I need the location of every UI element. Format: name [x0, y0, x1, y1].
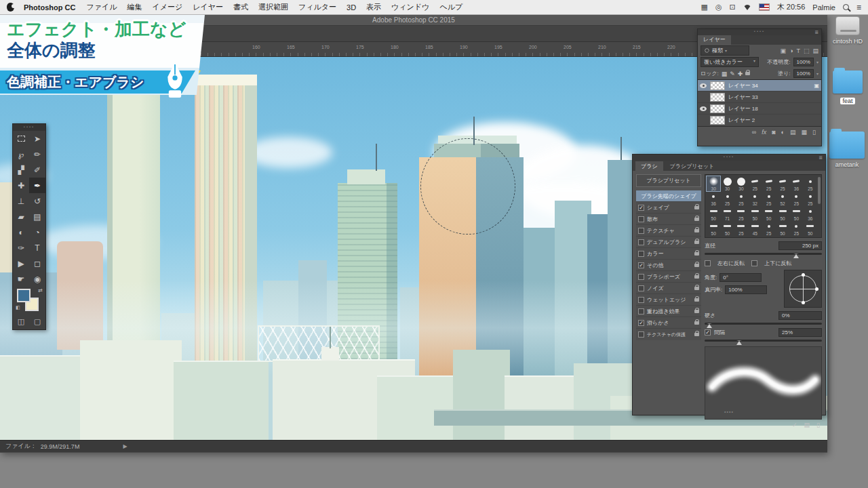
app-menu-photoshop[interactable]: Photoshop CC — [24, 3, 75, 12]
link-layers-icon[interactable]: ∞ — [752, 129, 756, 136]
delete-layer-icon[interactable]: ▯ — [812, 129, 816, 136]
wifi-icon[interactable] — [743, 5, 751, 14]
menu-window[interactable]: ウィンドウ — [391, 2, 429, 12]
apple-logo-icon[interactable] — [7, 3, 14, 12]
delete-brush-icon[interactable]: ▯ — [816, 422, 820, 428]
lock-icon[interactable] — [694, 206, 699, 209]
brush-preset[interactable]: 50 — [707, 221, 720, 236]
brush-option-row[interactable]: ウェットエッジ — [636, 294, 701, 306]
panel-menu-icon[interactable]: ≣ — [818, 155, 823, 160]
slider-thumb[interactable] — [707, 323, 712, 328]
checkbox-checked[interactable]: ✓ — [638, 262, 644, 268]
lock-transparency-icon[interactable]: ▦ — [722, 70, 728, 77]
brush-preset[interactable]: 25 — [734, 191, 748, 206]
checkbox-checked[interactable]: ✓ — [638, 320, 644, 326]
brush-preset[interactable]: 50 — [720, 221, 734, 236]
menu-type[interactable]: 書式 — [233, 2, 248, 12]
type-tool[interactable]: T — [29, 240, 45, 256]
checkbox[interactable] — [638, 251, 644, 257]
brush-option-row[interactable]: カラー — [636, 248, 701, 260]
layer-row[interactable]: レイヤー 33 — [698, 92, 821, 103]
layer-thumbnail[interactable] — [710, 93, 725, 102]
eyedropper-tool[interactable]: ✐ — [29, 162, 45, 178]
menu-edit[interactable]: 編集 — [127, 2, 142, 12]
slider-thumb[interactable] — [793, 253, 799, 258]
visibility-toggle[interactable] — [700, 118, 707, 123]
lock-icon[interactable] — [694, 252, 699, 256]
lock-icon[interactable] — [694, 310, 699, 313]
brush-preset[interactable]: 30 — [707, 176, 720, 191]
screen-mode-icon[interactable]: ▢ — [34, 317, 41, 326]
spacing-checkbox-checked[interactable]: ✓ — [705, 329, 711, 336]
lock-icon[interactable] — [694, 229, 699, 232]
brush-preset[interactable]: 30 — [734, 176, 748, 191]
lock-icon[interactable] — [694, 264, 699, 267]
brush-option-row[interactable]: テクスチャの保護 — [636, 329, 701, 340]
brush-preset[interactable]: 25 — [776, 176, 789, 191]
layer-row[interactable]: レイヤー 2 — [698, 115, 821, 126]
menu-list-icon[interactable]: ≡ — [856, 3, 861, 12]
brush-preset[interactable]: 25 — [748, 176, 762, 191]
brush-preset[interactable]: 71 — [720, 206, 734, 221]
search-icon[interactable] — [843, 4, 849, 10]
filter-smart-object-icon[interactable]: ▤ — [812, 47, 818, 54]
lock-icon[interactable] — [694, 218, 699, 221]
brush-preset[interactable]: 45 — [748, 221, 762, 236]
visibility-eye-icon[interactable] — [700, 83, 707, 88]
status-menu-arrow-icon[interactable]: ▶ — [123, 443, 127, 449]
layer-group-icon[interactable]: ▤ — [790, 129, 796, 136]
lasso-tool[interactable]: ℘ — [13, 146, 29, 162]
layer-thumbnail[interactable] — [710, 104, 725, 113]
brush-preset[interactable]: 50 — [789, 206, 803, 221]
angle-handle[interactable] — [802, 273, 805, 277]
filter-shape-icon[interactable]: ⬚ — [804, 47, 810, 54]
hardness-slider[interactable] — [705, 323, 822, 325]
menu-image[interactable]: イメージ — [152, 2, 182, 12]
adjustment-layer-icon[interactable]: ◐ — [781, 129, 785, 136]
app-switcher-icon[interactable]: ▦ — [701, 3, 708, 12]
clone-stamp-tool[interactable]: ⊥ — [13, 193, 29, 209]
checkbox[interactable] — [638, 228, 644, 234]
brush-preset[interactable]: 25 — [734, 206, 748, 221]
quick-selection-tool[interactable]: ✏ — [29, 146, 45, 162]
layers-panel-grip[interactable]: ••••≣ — [698, 29, 821, 35]
healing-brush-tool[interactable]: ✚ — [13, 178, 29, 193]
brush-preset[interactable]: 50 — [776, 206, 789, 221]
crop-tool[interactable]: ▞ — [13, 162, 29, 178]
new-layer-icon[interactable]: ▦ — [802, 129, 808, 136]
brush-option-row[interactable]: ✓その他 — [636, 260, 701, 271]
eraser-tool[interactable]: ▰ — [13, 209, 29, 224]
default-colors-icon[interactable]: ◧ — [16, 305, 20, 310]
slider-thumb[interactable] — [736, 340, 742, 345]
dodge-tool[interactable]: ◔ — [29, 224, 45, 240]
spacing-value[interactable]: 25% — [778, 328, 822, 337]
lock-icon[interactable] — [694, 287, 699, 290]
menu-help[interactable]: ヘルプ — [439, 2, 462, 12]
angle-handle[interactable] — [815, 287, 818, 291]
brush-preset[interactable]: 25 — [762, 191, 776, 206]
brush-preset[interactable]: 30 — [720, 176, 734, 191]
brush-preset[interactable]: 50 — [804, 221, 817, 236]
checkbox[interactable] — [638, 274, 644, 280]
us-flag-icon[interactable] — [759, 3, 770, 11]
checkbox[interactable] — [638, 285, 644, 291]
brush-preset[interactable]: 36 — [804, 206, 817, 221]
scrollbar[interactable] — [818, 177, 821, 204]
filter-type-icon[interactable]: T — [796, 47, 800, 54]
visibility-toggle[interactable] — [700, 95, 707, 100]
desktop-icon-ametank-folder[interactable]: ametank — [826, 131, 868, 168]
brush-preset[interactable]: 25 — [762, 221, 776, 236]
new-brush-icon[interactable]: ▤ — [804, 422, 810, 428]
layer-thumbnail[interactable] — [710, 116, 725, 125]
flip-y-checkbox[interactable] — [751, 260, 757, 266]
foreground-color-swatch[interactable] — [17, 289, 31, 302]
angle-handle[interactable] — [802, 301, 805, 304]
brush-preset[interactable]: 32 — [748, 191, 762, 206]
layer-name[interactable]: レイヤー 34 — [728, 82, 758, 89]
menu-layer[interactable]: レイヤー — [193, 2, 223, 12]
pen-tool[interactable]: ✑ — [13, 240, 29, 256]
menu-select[interactable]: 選択範囲 — [258, 2, 288, 12]
path-selection-tool[interactable]: ▶ — [13, 256, 29, 271]
filter-adjustment-icon[interactable]: ◑ — [789, 47, 793, 54]
user-name[interactable]: Palmie — [812, 3, 835, 12]
